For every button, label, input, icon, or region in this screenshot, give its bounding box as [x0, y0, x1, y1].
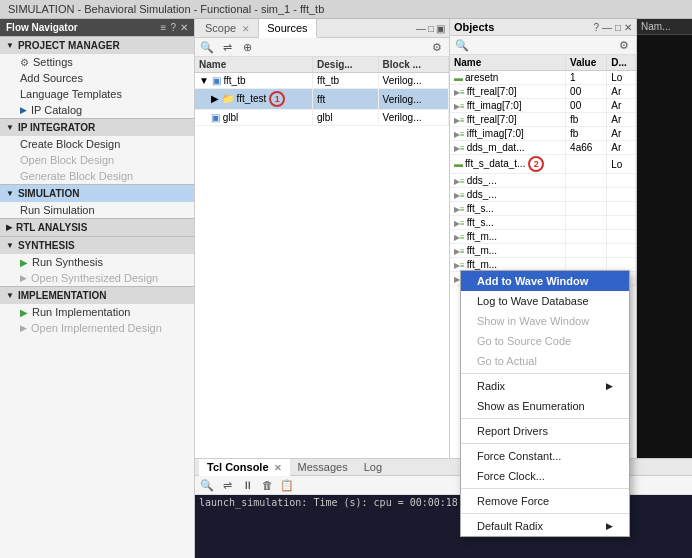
filter-icon[interactable]: ⇌ — [219, 40, 235, 54]
sidebar-close-icon[interactable]: ✕ — [180, 22, 188, 33]
sidebar-help-icon[interactable]: ? — [170, 22, 176, 33]
filter2-icon[interactable]: ⇌ — [219, 478, 235, 492]
col-block: Block ... — [378, 57, 448, 73]
gear-icon[interactable]: ⚙ — [616, 38, 632, 52]
restore-icon[interactable]: □ — [615, 22, 621, 33]
tab-scope[interactable]: Scope ✕ — [197, 19, 259, 37]
table-row[interactable]: ▶≡fft_imag[7:0] 00 Ar — [450, 99, 636, 113]
section-header-ip-integrator[interactable]: ▼ IP INTEGRATOR — [0, 118, 194, 136]
clear-icon[interactable]: 🗑 — [259, 478, 275, 492]
expand-icon[interactable]: ⊕ — [239, 40, 255, 54]
table-row[interactable]: ▶≡fft_real[7:0] fb Ar — [450, 113, 636, 127]
context-menu-item-default-radix[interactable]: Default Radix ▶ — [461, 516, 629, 536]
close-icon[interactable]: ✕ — [624, 22, 632, 33]
context-menu-item-log-to-wave-db[interactable]: Log to Wave Database — [461, 291, 629, 311]
objects-table: Name Value D... ▬aresetn 1 Lo — [450, 55, 636, 286]
search-icon[interactable]: 🔍 — [454, 38, 470, 52]
section-header-implementation[interactable]: ▼ IMPLEMENTATION — [0, 286, 194, 304]
help-icon[interactable]: ? — [593, 22, 599, 33]
gear-icon: ⚙ — [20, 57, 29, 68]
tab-scope-close[interactable]: ✕ — [242, 24, 250, 34]
obj-dtype: Ar — [607, 127, 636, 141]
chevron-down-icon: ▼ — [6, 123, 14, 132]
table-row[interactable]: ▶≡fft_s... — [450, 216, 636, 230]
context-menu-item-label: Force Clock... — [477, 470, 545, 482]
context-menu-item-force-constant[interactable]: Force Constant... — [461, 446, 629, 466]
table-row[interactable]: ▣ glbl glbl Verilog... — [195, 110, 449, 126]
sidebar-item-language-templates[interactable]: Language Templates — [4, 86, 194, 102]
sidebar-item-label: Run Simulation — [20, 204, 95, 216]
section-header-rtl-analysis[interactable]: ▶ RTL ANALYSIS — [0, 218, 194, 236]
export-icon[interactable]: 📋 — [279, 478, 295, 492]
tab-tcl-close[interactable]: ✕ — [274, 463, 282, 473]
context-menu-item-add-to-wave[interactable]: Add to Wave Window — [461, 271, 629, 291]
sidebar-item-ip-catalog[interactable]: ▶ IP Catalog — [4, 102, 194, 118]
tab-log[interactable]: Log — [356, 459, 390, 475]
sidebar-item-settings[interactable]: ⚙ Settings — [4, 54, 194, 70]
context-menu-item-report-drivers[interactable]: Report Drivers — [461, 421, 629, 441]
tab-tcl-console[interactable]: Tcl Console ✕ — [199, 459, 290, 476]
tab-sources[interactable]: Sources — [259, 19, 316, 38]
table-row[interactable]: ▬fft_s_data_t... 2 Lo — [450, 155, 636, 174]
sidebar-item-generate-block-design[interactable]: Generate Block Design — [4, 168, 194, 184]
bus-icon: ≡ — [460, 130, 465, 139]
section-header-simulation[interactable]: ▼ SIMULATION — [0, 184, 194, 202]
sidebar-item-create-block-design[interactable]: Create Block Design — [4, 136, 194, 152]
search-icon[interactable]: 🔍 — [199, 40, 215, 54]
search-icon[interactable]: 🔍 — [199, 478, 215, 492]
obj-name: ▶≡fft_m... — [450, 244, 566, 258]
row-design: glbl — [313, 110, 379, 126]
annotation-1: 1 — [269, 91, 285, 107]
sidebar-item-label: Run Implementation — [32, 306, 130, 318]
sidebar-item-run-synthesis[interactable]: ▶ Run Synthesis — [4, 254, 194, 270]
sidebar-item-open-synthesized-design[interactable]: ▶ Open Synthesized Design — [4, 270, 194, 286]
section-header-project-manager[interactable]: ▼ PROJECT MANAGER — [0, 36, 194, 54]
table-row[interactable]: ▶≡dds_... — [450, 188, 636, 202]
table-row[interactable]: ▶≡fft_m... — [450, 230, 636, 244]
sidebar-item-run-simulation[interactable]: Run Simulation — [4, 202, 194, 218]
sidebar-item-add-sources[interactable]: Add Sources — [4, 70, 194, 86]
table-row[interactable]: ▼ ▣ fft_tb fft_tb Verilog... — [195, 73, 449, 89]
obj-name: ▶≡dds_... — [450, 188, 566, 202]
table-row[interactable]: ▶≡fft_real[7:0] 00 Ar — [450, 85, 636, 99]
sidebar-item-open-implemented-design[interactable]: ▶ Open Implemented Design — [4, 320, 194, 336]
scope-tree-table: Name Desig... Block ... ▼ ▣ fft_tb — [195, 57, 449, 126]
scope-panel-content: Name Desig... Block ... ▼ ▣ fft_tb — [195, 57, 449, 458]
sidebar-minimize-icon[interactable]: ≡ — [161, 22, 167, 33]
row-block: Verilog... — [378, 73, 448, 89]
section-header-synthesis[interactable]: ▼ SYNTHESIS — [0, 236, 194, 254]
obj-dtype: Lo — [607, 71, 636, 85]
minimize-icon[interactable]: — — [416, 23, 426, 34]
gear-icon[interactable]: ⚙ — [429, 40, 445, 54]
restore-icon[interactable]: □ — [428, 23, 434, 34]
pause-icon[interactable]: ⏸ — [239, 478, 255, 492]
module-icon: ▣ — [211, 112, 220, 123]
minimize-icon[interactable]: — — [602, 22, 612, 33]
section-implementation: ▼ IMPLEMENTATION ▶ Run Implementation ▶ … — [0, 286, 194, 336]
table-row[interactable]: ▶≡fft_m... — [450, 244, 636, 258]
context-menu-item-show-as-enum[interactable]: Show as Enumeration — [461, 396, 629, 416]
tab-messages[interactable]: Messages — [290, 459, 356, 475]
table-row[interactable]: ▬aresetn 1 Lo — [450, 71, 636, 85]
obj-value: 00 — [566, 85, 607, 99]
sidebar-item-run-implementation[interactable]: ▶ Run Implementation — [4, 304, 194, 320]
sidebar-item-open-block-design[interactable]: Open Block Design — [4, 152, 194, 168]
table-row[interactable]: ▶≡ifft_imag[7:0] fb Ar — [450, 127, 636, 141]
context-menu-item-remove-force[interactable]: Remove Force — [461, 491, 629, 511]
context-menu-item-force-clock[interactable]: Force Clock... — [461, 466, 629, 486]
obj-dtype: Ar — [607, 141, 636, 155]
table-row[interactable]: ▶ 📁 fft_test 1 fft Verilog... — [195, 89, 449, 110]
bus-icon: ≡ — [460, 102, 465, 111]
table-row[interactable]: ▶≡dds_m_dat... 4a66 Ar — [450, 141, 636, 155]
context-menu-item-radix[interactable]: Radix ▶ — [461, 376, 629, 396]
obj-value — [566, 155, 607, 174]
objects-toolbar: 🔍 ⚙ — [450, 36, 636, 55]
table-row[interactable]: ▶≡fft_s... — [450, 202, 636, 216]
table-row[interactable]: ▶≡dds_... — [450, 174, 636, 188]
tab-tcl-console-label: Tcl Console — [207, 461, 269, 473]
maximize-icon[interactable]: ▣ — [436, 23, 445, 34]
sidebar-title: Flow Navigator ≡ ? ✕ — [0, 19, 194, 36]
arrow-right-icon: ▶ — [20, 273, 27, 283]
obj-name: ▶≡ifft_imag[7:0] — [450, 127, 566, 141]
col-dtype: D... — [607, 55, 636, 71]
